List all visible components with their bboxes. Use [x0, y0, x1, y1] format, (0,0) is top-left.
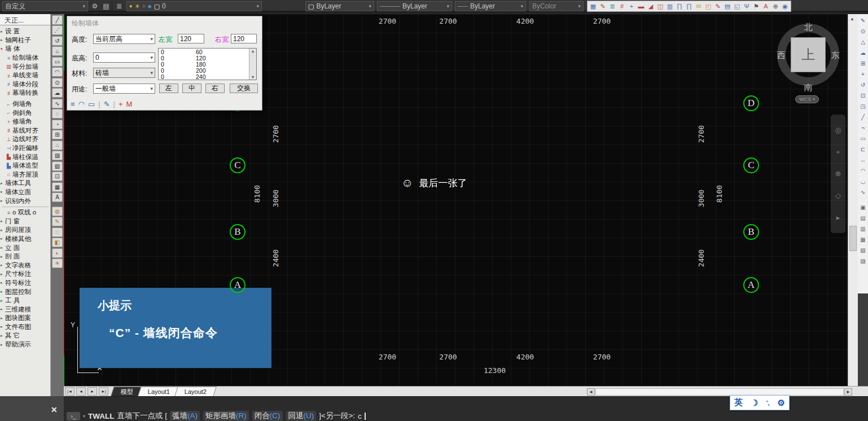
tab-nav-last-icon[interactable]: ►|	[99, 387, 108, 396]
window-tool-icon[interactable]: ▣	[858, 203, 867, 212]
ellipse-arc-icon[interactable]: ◔	[52, 120, 63, 129]
scroll-down-icon[interactable]: ▼	[251, 75, 255, 79]
layer-combobox[interactable]: ● ☀ ○ ◆ ▢ 0 ▾	[126, 1, 262, 11]
sidebar-item-36[interactable]: ▸其 它	[0, 331, 50, 340]
sidebar-item-7[interactable]: ♯幕墙转换	[0, 89, 50, 98]
sidebar-item-33[interactable]: ▸三维建模	[0, 305, 50, 314]
sidebar-item-30[interactable]: ▸符号标注	[0, 279, 50, 288]
rectangle-icon[interactable]: ▭	[52, 57, 63, 67]
toolbox-icon[interactable]: ◰	[704, 2, 713, 11]
cmd-option-r[interactable]: 矩形画墙(R)	[203, 411, 249, 421]
arc-wall-icon[interactable]: ◠	[78, 100, 85, 108]
layer-on-bulb-icon[interactable]: ●	[129, 3, 132, 9]
cross-icon[interactable]: +	[119, 100, 123, 108]
sidebar-item-27[interactable]: ▸剖 面	[0, 252, 50, 261]
gradient-icon[interactable]: ▧	[52, 161, 63, 171]
moon-icon[interactable]: ☽	[751, 398, 758, 408]
sidebar-item-0[interactable]: ▸设 置	[0, 27, 50, 36]
offset-icon[interactable]: ☁	[858, 49, 867, 57]
steering-wheel-icon[interactable]: ◎	[835, 126, 841, 134]
pan-icon[interactable]: +	[836, 148, 840, 156]
sidebar-item-34[interactable]: ▸图块图案	[0, 314, 50, 323]
sidebar-item-16[interactable]: ▙墙体造型	[0, 161, 50, 170]
sidebar-item-22[interactable]: ≡o 双线 o	[0, 208, 50, 217]
project-window-icon[interactable]: ▦	[589, 2, 598, 11]
stretch-icon[interactable]: ◳	[858, 102, 867, 111]
sidebar-item-24[interactable]: ▸房间屋顶	[0, 226, 50, 235]
right-width-field[interactable]: 120	[231, 34, 257, 43]
rotate-icon[interactable]: ↺	[858, 81, 867, 89]
vertical-scrollbar[interactable]: ▲	[848, 14, 858, 386]
gate-alt-icon[interactable]: ∏	[685, 2, 694, 11]
sidebar-item-28[interactable]: ▸文字表格	[0, 261, 50, 270]
region-icon[interactable]: ⊡	[52, 172, 63, 181]
scroll-up-icon[interactable]: ▲	[251, 49, 255, 53]
sidebar-item-25[interactable]: ▸楼梯其他	[0, 235, 50, 244]
linetype-combobox[interactable]: ———— ByLayer ▾	[377, 1, 452, 11]
punctuation-icon[interactable]: ’,	[766, 400, 769, 406]
m-icon[interactable]: M	[126, 100, 133, 108]
command-line[interactable]: ›_ ▾ TWALL 直墙下一点或 [ 弧墙(A)矩形画墙(R)闭合(C)回退(…	[67, 411, 366, 421]
sidebar-item-9[interactable]: ⌐倒墙角	[0, 100, 50, 109]
lineweight-combobox[interactable]: —— ByLayer ▾	[455, 1, 526, 11]
tab-layout1[interactable]: Layout1	[138, 387, 180, 396]
gate-icon[interactable]: ∏	[675, 2, 684, 11]
ellipse-icon[interactable]: ◌	[52, 109, 63, 119]
horizontal-scrollbar[interactable]: ◄ ►	[587, 388, 852, 396]
light-icon[interactable]: ☀	[52, 258, 63, 268]
cmd-option-u[interactable]: 回退(U)	[286, 411, 317, 421]
wcs-dropdown[interactable]: WCS ▾	[795, 95, 819, 103]
polyline-icon[interactable]: ↺	[52, 36, 63, 46]
layer-iso-icon[interactable]: ∷	[52, 227, 63, 237]
window-grid-icon[interactable]: ▥	[665, 2, 674, 11]
left-width-field[interactable]: 120	[178, 34, 204, 43]
tab-nav-next-icon[interactable]: ►	[87, 387, 97, 396]
window-tool-icon[interactable]: ▤	[858, 214, 867, 222]
scale-icon[interactable]: ⊡	[858, 91, 867, 100]
chevron-down-icon[interactable]: ▾	[83, 414, 85, 419]
sidebar-item-31[interactable]: ▸图层控制	[0, 287, 50, 296]
viewcube-east-label[interactable]: 东	[827, 50, 844, 61]
navigation-bar[interactable]: ◎+⊕◇▸	[831, 115, 845, 233]
explode-icon[interactable]: ∿	[858, 188, 867, 196]
scrollbar-thumb[interactable]	[849, 226, 857, 251]
height-combobox[interactable]: 当前层高▾	[93, 34, 155, 44]
plotstyle-combobox[interactable]: ByColor ▾	[529, 1, 584, 11]
ime-language-label[interactable]: 英	[734, 397, 743, 408]
scrollbar-track[interactable]	[595, 388, 844, 396]
annotate-pen-icon[interactable]: ✎	[713, 2, 722, 11]
sidebar-item-12[interactable]: ♯基线对齐	[0, 126, 50, 135]
width-list-scrollbar[interactable]: ▲ ▼	[249, 49, 256, 80]
flag-icon[interactable]: ⚑	[752, 2, 761, 11]
sidebar-item-11[interactable]: +修墙角	[0, 117, 50, 126]
trim-icon[interactable]: ╱	[858, 113, 867, 121]
circle-icon[interactable]: ⊙	[52, 78, 63, 87]
showmotion-icon[interactable]: ▸	[836, 213, 840, 222]
text-style-icon[interactable]: A	[761, 2, 770, 11]
straight-wall-icon[interactable]: ≡	[71, 100, 75, 108]
orbit-icon[interactable]: ◇	[835, 191, 841, 200]
sidebar-item-10[interactable]: ⌐倒斜角	[0, 108, 50, 117]
layer-properties-icon[interactable]: ≣	[113, 1, 125, 11]
polygon-icon[interactable]: ⌂	[52, 46, 63, 56]
spline-icon[interactable]: ∿	[52, 99, 63, 108]
scroll-right-icon[interactable]: ►	[844, 388, 852, 396]
customize-combobox[interactable]: 自定义 ▾	[2, 1, 88, 11]
sidebar-item-5[interactable]: ±单线变墙	[0, 71, 50, 80]
material-combobox[interactable]: 砖墙▾	[93, 68, 155, 78]
extend-icon[interactable]: ¬	[858, 124, 867, 132]
hatch-icon[interactable]: ▨	[52, 151, 63, 160]
layer-bulb-icon[interactable]: ◍	[52, 207, 63, 216]
window-tool-icon[interactable]: ▨	[858, 257, 867, 265]
sidebar-item-6[interactable]: ≠墙体分段	[0, 80, 50, 89]
arc-icon[interactable]: ◠	[52, 67, 63, 77]
align-right-button[interactable]: 右	[205, 84, 225, 93]
sidebar-item-17[interactable]: ⌂墙齐屋顶	[0, 170, 50, 179]
zoom-icon[interactable]: ⊕	[835, 169, 841, 178]
color-combobox[interactable]: ▢ ByLayer ▾	[305, 1, 374, 11]
sidebar-item-1[interactable]: ▸轴网柱子	[0, 36, 50, 45]
width-list[interactable]: 0600120018002000240 ▲ ▼	[158, 48, 257, 80]
fillet-icon[interactable]: ◠	[858, 166, 867, 175]
roof-icon[interactable]: ◢	[646, 2, 655, 11]
layout-icon[interactable]: ◱	[733, 2, 742, 11]
